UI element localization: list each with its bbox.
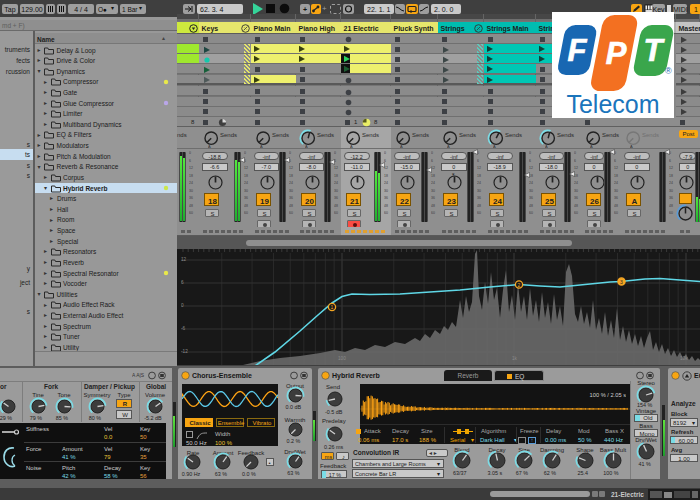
tempo-display[interactable]: 129.00 (20, 4, 44, 14)
clip-slot[interactable] (251, 64, 296, 74)
tab-reverb[interactable]: Reverb (444, 370, 492, 381)
clip-slot[interactable] (296, 107, 341, 117)
predelay-ms-button[interactable]: ms (321, 452, 334, 460)
browser-tree-item[interactable]: ▸Spectrum (35, 321, 178, 332)
browser-tree-item[interactable]: ▸Special (35, 236, 178, 247)
browser-tree-item[interactable]: ▸Modulators (35, 140, 178, 151)
clip-slot[interactable] (199, 64, 251, 74)
clip-slot[interactable] (341, 107, 391, 117)
clip-slot[interactable] (438, 97, 484, 107)
clip-slot[interactable] (438, 107, 484, 117)
clip-slot[interactable] (676, 54, 700, 64)
browser-tree-item[interactable]: ▾Reverb & Resonance (35, 161, 178, 172)
volume-fader-triangle[interactable] (664, 149, 670, 155)
send-knob[interactable] (298, 128, 318, 148)
clip-slot[interactable] (676, 107, 700, 117)
clip-play-button[interactable] (298, 55, 306, 63)
clip-slot[interactable] (341, 75, 391, 85)
track-stop-button[interactable] (442, 120, 447, 125)
clip-stop-button[interactable] (203, 37, 208, 42)
tab-eq[interactable]: EQ (494, 370, 544, 381)
browser-tree-item[interactable]: ▸Pitch & Modulation (35, 151, 178, 162)
browser-tree-item[interactable]: ▸Hall (35, 204, 178, 215)
scene-launch-button[interactable] (680, 56, 688, 64)
browser-sidebar-item[interactable]: y (0, 265, 30, 273)
clip-stop-button[interactable] (442, 99, 447, 104)
time-signature-display[interactable]: 4 / 4 (68, 4, 94, 14)
clip-slot[interactable] (391, 75, 438, 85)
peak-level-display[interactable]: -inf (539, 152, 564, 160)
pan-knob[interactable] (676, 172, 697, 193)
clip-stop-button[interactable] (395, 47, 400, 52)
browser-tree-item[interactable]: ▸Spectral Resonator (35, 268, 178, 279)
feedback-value-box[interactable]: 17 % (321, 470, 347, 478)
clip-record-button[interactable] (345, 77, 352, 84)
automation-arm-button[interactable] (311, 4, 321, 14)
clip-slot[interactable] (199, 54, 251, 64)
peak-level-display[interactable]: -inf (487, 152, 513, 160)
clip-stop-button[interactable] (203, 109, 208, 114)
browser-sidebar-item[interactable]: rcussion (0, 68, 30, 76)
clip-stop-button[interactable] (395, 89, 400, 94)
volume-display[interactable]: -18.0 (539, 163, 564, 171)
clip-slot[interactable] (676, 64, 700, 74)
clip-stop-button[interactable] (540, 67, 545, 72)
track-header-t17[interactable] (177, 22, 199, 34)
track-freeze-icon[interactable] (474, 24, 483, 33)
clip-play-button[interactable] (253, 76, 261, 84)
metronome-button[interactable]: O●▾ (96, 4, 118, 14)
solo-button[interactable]: S (542, 209, 556, 217)
clip-slot[interactable] (438, 34, 484, 44)
chorus-knob-Feedback[interactable] (240, 451, 262, 473)
clip-slot[interactable] (177, 97, 199, 107)
solo-button[interactable]: S (397, 209, 411, 217)
electric-knob-Tone[interactable] (54, 396, 75, 417)
browser-tree-item[interactable]: ▾Utilities (35, 289, 178, 300)
electric-knob-Volume[interactable] (145, 396, 166, 417)
clip-record-button[interactable] (345, 89, 352, 96)
send-knob[interactable] (538, 128, 558, 148)
volume-fader-triangle[interactable] (426, 167, 432, 173)
device-power-button[interactable] (321, 371, 330, 380)
clip-slot[interactable] (199, 86, 251, 96)
clip-record-button[interactable] (345, 109, 352, 116)
browser-tree-item[interactable]: ▸External Audio Effect (35, 310, 178, 321)
chorus-out-knob-Output[interactable] (285, 385, 306, 406)
volume-display[interactable]: 0 (679, 163, 696, 171)
clip-slot[interactable] (391, 44, 438, 54)
browser-tree-item[interactable]: ▸Compressor (35, 76, 178, 87)
clip-stop-button[interactable] (540, 37, 545, 42)
clip-slot[interactable] (391, 34, 438, 44)
clip-stop-button[interactable] (255, 67, 260, 72)
browser-sidebar-item[interactable]: s (0, 162, 30, 170)
track-number-button[interactable]: 23 (443, 193, 458, 206)
browser-tree-item[interactable]: ▸Reverb (35, 257, 178, 268)
solo-button[interactable]: S (347, 209, 361, 217)
clip-slot[interactable] (199, 75, 251, 85)
peak-level-display[interactable]: -inf (394, 152, 420, 160)
hybrid-send-knob[interactable] (324, 388, 346, 410)
clip-slot[interactable] (676, 86, 700, 96)
pan-knob[interactable] (302, 172, 323, 193)
clip-stop-button[interactable] (300, 109, 305, 114)
clip-record-button[interactable] (345, 36, 352, 43)
eq-display-canvas[interactable]: 123 (177, 249, 700, 365)
clip-slot[interactable] (296, 64, 341, 74)
clip-play-button[interactable] (343, 45, 351, 53)
chorus-mode-Classic[interactable]: Classic (185, 418, 213, 427)
clip-stop-button[interactable] (255, 109, 260, 114)
volume-fader-triangle[interactable] (472, 149, 478, 155)
clip-slot[interactable] (341, 64, 391, 74)
volume-display[interactable]: -6.6 (202, 163, 228, 171)
clip-play-button[interactable] (298, 45, 306, 53)
clip-stop-button[interactable] (395, 77, 400, 82)
pan-knob[interactable] (490, 172, 511, 193)
eq-band-handle-1[interactable]: 1 (328, 303, 335, 310)
browser-tree-item[interactable]: ▸Drums (35, 193, 178, 204)
loop-length-display[interactable]: 2. 0. 0 (431, 4, 461, 14)
clip-slot[interactable] (341, 86, 391, 96)
solo-button[interactable]: S (257, 209, 271, 217)
browser-sidebar-item[interactable]: s (0, 172, 30, 180)
solo-button[interactable]: S (490, 209, 504, 217)
send-knob[interactable] (623, 128, 643, 148)
